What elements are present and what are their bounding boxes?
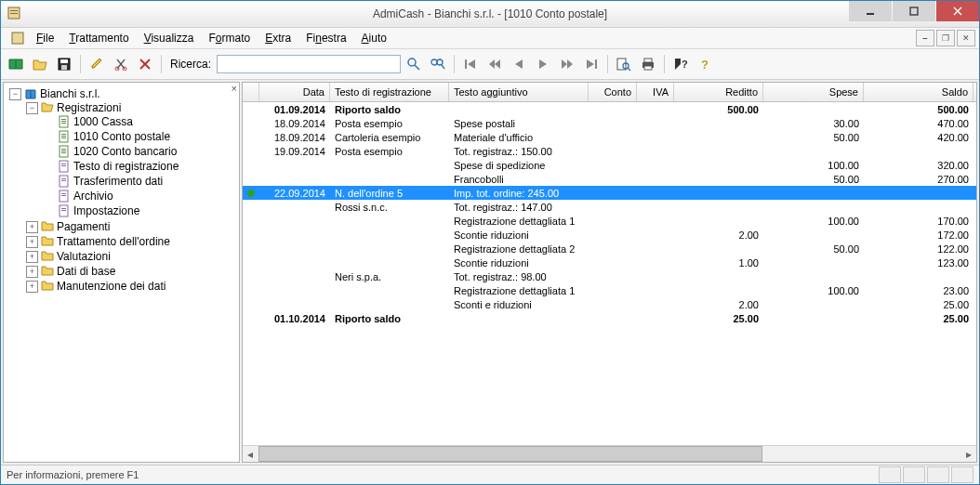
tree-item[interactable]: 1020 Conto bancario [43, 145, 237, 158]
svg-line-18 [415, 65, 419, 70]
menu-extra[interactable]: Extra [258, 30, 298, 46]
menu-finestra[interactable]: Finestra [298, 30, 353, 46]
collapse-icon[interactable]: − [9, 88, 21, 100]
svg-line-26 [628, 68, 630, 71]
col-spese[interactable]: Spese [763, 83, 864, 101]
table-row[interactable]: 01.10.2014Riporto saldo25.0025.00 [243, 311, 976, 325]
table-row[interactable]: Sconti e riduzioni2.0025.00 [243, 297, 976, 311]
expand-icon[interactable]: + [26, 251, 38, 263]
col-reditto[interactable]: Reditto [674, 83, 763, 101]
next-page-icon[interactable] [556, 53, 578, 75]
table-row[interactable]: Registrazione dettagliata 1100.00170.00 [243, 214, 976, 228]
save-icon[interactable] [53, 53, 75, 75]
tree-folder[interactable]: +Trattamento dell'ordine [26, 235, 237, 248]
tree-folder[interactable]: +Pagamenti [26, 220, 237, 233]
svg-rect-42 [61, 151, 66, 151]
tree-item[interactable]: 1010 Conto postale [43, 130, 237, 143]
preview-icon[interactable] [613, 53, 635, 75]
col-iva[interactable]: IVA [637, 83, 674, 101]
app-window: AdmiCash - Bianchi s.r.l. - [1010 Conto … [0, 0, 980, 485]
mdi-minimize[interactable]: ‒ [916, 30, 934, 46]
delete-icon[interactable] [134, 53, 156, 75]
search-input[interactable] [217, 55, 401, 73]
window-title: AdmiCash - Bianchi s.r.l. - [1010 Conto … [373, 7, 607, 20]
col-data[interactable]: Data [259, 83, 330, 101]
table-row[interactable]: Registrazione dettagliata 1100.0023.00 [243, 283, 976, 297]
tree-item[interactable]: Trasferimento dati [43, 175, 237, 188]
table-row[interactable]: Scontie riduzioni1.00123.00 [243, 256, 976, 269]
tree-item[interactable]: Archivio [43, 190, 237, 203]
table-row[interactable]: Scontie riduzioni2.00172.00 [243, 228, 976, 242]
menu-aiuto[interactable]: Aiuto [354, 30, 394, 46]
mdi-restore[interactable]: ❐ [936, 30, 955, 46]
table-row[interactable]: 22.09.2014N. dell'ordine 5Imp. tot. ordi… [243, 186, 976, 200]
folder-open-icon [41, 101, 54, 114]
company-icon [24, 87, 37, 100]
tree-folder[interactable]: +Manutenzione dei dati [26, 280, 237, 293]
tree-close-icon[interactable]: × [232, 83, 237, 94]
menu-trattamento[interactable]: Trattamento [61, 30, 136, 46]
table-row[interactable]: Rossi s.n.c.Tot. registraz.: 147.00 [243, 200, 976, 214]
tree-item[interactable]: Testo di registrazione [43, 160, 237, 173]
svg-rect-7 [12, 33, 23, 44]
expand-icon[interactable]: + [26, 281, 38, 293]
col-saldo[interactable]: Saldo [864, 83, 973, 101]
open-icon[interactable] [29, 53, 51, 75]
help-icon[interactable]: ? [694, 53, 716, 75]
svg-rect-51 [61, 193, 66, 194]
menu-visualizza[interactable]: Visualizza [137, 30, 202, 46]
cut-icon[interactable] [110, 53, 132, 75]
expand-icon[interactable]: + [26, 266, 38, 278]
col-marker[interactable] [243, 83, 259, 101]
print-icon[interactable] [637, 53, 659, 75]
svg-rect-52 [61, 195, 66, 196]
col-testo[interactable]: Testo di registrazione [330, 83, 449, 101]
tree-item[interactable]: 1000 Cassa [43, 115, 237, 128]
edit-icon[interactable] [86, 53, 108, 75]
document-icon [58, 204, 71, 217]
context-help-icon[interactable]: ? [669, 53, 692, 75]
grid-body[interactable]: 01.09.2014Riporto saldo500.00500.0018.09… [243, 102, 976, 445]
mdi-close[interactable]: ✕ [957, 30, 975, 46]
tree-registrazioni[interactable]: − Registrazioni [26, 101, 237, 114]
table-row[interactable]: Registrazione dettagliata 250.00122.00 [243, 242, 976, 256]
maximize-button[interactable] [893, 1, 935, 21]
table-row[interactable]: 18.09.2014Posta esempioSpese postali30.0… [243, 116, 976, 130]
tree-folder[interactable]: +Dati di base [26, 265, 237, 278]
table-row[interactable]: Neri s.p.a.Tot. registraz.: 98.00 [243, 269, 976, 283]
svg-rect-38 [61, 136, 66, 137]
menu-file[interactable]: File [29, 30, 61, 46]
expand-icon[interactable]: + [26, 236, 38, 248]
last-icon[interactable] [580, 53, 603, 75]
search-all-icon[interactable] [427, 53, 449, 75]
prev-page-icon[interactable] [483, 53, 506, 75]
svg-rect-10 [61, 65, 67, 70]
svg-rect-46 [61, 165, 66, 166]
table-row[interactable]: Spese di spedizione100.00320.00 [243, 158, 976, 172]
table-row[interactable]: Francobolli50.00270.00 [243, 172, 976, 186]
app-menu-icon[interactable] [7, 27, 29, 49]
tree-root[interactable]: − Bianchi s.r.l. [9, 87, 237, 100]
prev-icon[interactable] [508, 53, 530, 75]
table-row[interactable]: 19.09.2014Posta esempioTot. registraz.: … [243, 144, 976, 158]
col-agg[interactable]: Testo aggiuntivo [449, 83, 589, 101]
search-icon[interactable] [403, 53, 425, 75]
svg-point-19 [431, 59, 437, 65]
first-icon[interactable] [459, 53, 482, 75]
book-icon[interactable] [5, 53, 27, 75]
table-row[interactable]: 18.09.2014Cartoleria esempioMateriale d'… [243, 130, 976, 144]
horizontal-scrollbar[interactable]: ◂ ▸ [243, 445, 976, 462]
tree-item[interactable]: Impostazione [43, 204, 237, 217]
menu-formato[interactable]: Formato [201, 30, 258, 46]
svg-point-20 [437, 59, 443, 65]
collapse-icon[interactable]: − [26, 102, 38, 114]
tree-folder[interactable]: +Valutazioni [26, 250, 237, 263]
close-button[interactable] [936, 1, 979, 21]
tree-folder-label: Manutenzione dei dati [57, 280, 166, 293]
minimize-button[interactable] [849, 1, 892, 21]
col-conto[interactable]: Conto [589, 83, 637, 101]
next-icon[interactable] [532, 53, 554, 75]
scroll-thumb[interactable] [258, 446, 762, 462]
table-row[interactable]: 01.09.2014Riporto saldo500.00500.00 [243, 102, 976, 116]
expand-icon[interactable]: + [26, 221, 38, 233]
